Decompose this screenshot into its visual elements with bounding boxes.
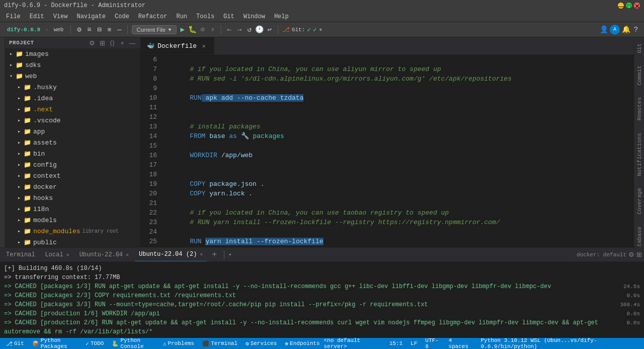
menu-tools[interactable]: Tools [192, 12, 218, 21]
sidebar-item-node_modules[interactable]: ▸📁node_moduleslibrary root [5, 226, 140, 237]
close-button[interactable]: ✕ [634, 3, 640, 9]
services-item[interactable]: ⚙ Services [244, 340, 279, 347]
commit-panel-tab[interactable]: Commit [634, 59, 645, 92]
encoding-item[interactable]: UTF-8 [423, 337, 442, 349]
avatar[interactable]: A [610, 25, 620, 35]
history-icon[interactable]: 🕐 [256, 26, 264, 34]
debug-button[interactable]: 🐛 [189, 26, 197, 34]
sidebar-item-web[interactable]: ▾📁web [5, 71, 140, 82]
remotes-panel-tab[interactable]: Remotes [634, 91, 645, 126]
terminal-maximize-btn[interactable]: ⊞ [636, 251, 642, 258]
menu-run[interactable]: Run [172, 12, 191, 21]
no-server-item[interactable]: <no default server> [322, 337, 383, 349]
python-console-item[interactable]: 🐍 Python Console [110, 337, 156, 349]
forward-icon[interactable]: → [235, 26, 244, 34]
tab-close-btn[interactable]: ✕ [200, 42, 208, 50]
sidebar-item-husky[interactable]: ▸📁.husky [5, 82, 140, 93]
code-line-7: # if you located in China, you can use a… [167, 64, 634, 74]
sidebar-settings-btn[interactable]: ⚙ [88, 39, 96, 47]
terminal-settings-btn[interactable]: ⚙ [628, 251, 634, 258]
back-icon[interactable]: ← [225, 26, 233, 34]
menu-help[interactable]: Help [270, 12, 293, 21]
toolbar-project-icons: ⚙ ≡ ⊟ ⊞ — [75, 26, 123, 34]
coverage-panel-tab[interactable]: Coverage [634, 182, 645, 221]
python-packages-item[interactable]: 📦 Python Packages [30, 337, 80, 349]
expand-icon[interactable]: ⊞ [105, 26, 113, 34]
ubuntu1-tab-close[interactable]: ✕ [126, 252, 129, 258]
sidebar-expand-btn[interactable]: + [118, 39, 126, 47]
split-icon[interactable]: ⊟ [95, 26, 103, 34]
lf-item[interactable]: LF [409, 340, 419, 346]
menu-navigate[interactable]: Navigate [72, 12, 110, 21]
sidebar-item-public[interactable]: ▸📁public [5, 237, 140, 247]
sidebar-collapse-btn[interactable]: — [128, 39, 136, 47]
ubuntu2-tab-close[interactable]: ✕ [200, 251, 203, 257]
sidebar-item-i18n[interactable]: ▸📁i18n [5, 203, 140, 215]
menu-git[interactable]: Git [219, 12, 238, 21]
sidebar-item-assets[interactable]: ▸📁assets [5, 137, 140, 148]
minimize-button[interactable]: — [618, 3, 624, 9]
sidebar-item-sdks[interactable]: ▸📁sdks [5, 59, 140, 71]
sidebar-item-app[interactable]: ▸📁app [5, 126, 140, 137]
sidebar-split-btn[interactable]: ⟨⟩ [108, 39, 116, 47]
git-status-item[interactable]: ⎇ Git [4, 340, 26, 347]
menu-window[interactable]: Window [239, 12, 269, 21]
tab-ubuntu-1[interactable]: Ubuntu-22.04 ✕ [75, 248, 133, 261]
sidebar-item-hooks[interactable]: ▸📁hooks [5, 192, 140, 203]
sidebar-item-vscode[interactable]: ▸📁.vscode [5, 115, 140, 126]
terminal-chevron[interactable]: ▾ [228, 251, 231, 259]
toolbar-divider-2 [127, 25, 128, 34]
sidebar-content[interactable]: ▸📁images▸📁sdks▾📁web▸📁.husky▸📁.idea▸📁.nex… [5, 48, 140, 247]
sidebar-item-docker[interactable]: ▸📁docker [5, 181, 140, 192]
folder-label[interactable]: web [51, 26, 67, 34]
undo-icon[interactable]: ↩ [266, 26, 274, 34]
line-col-item[interactable]: 15:1 [387, 340, 405, 346]
indent-item[interactable]: 4 spaces [446, 337, 474, 349]
window-controls[interactable]: — □ ✕ [618, 3, 640, 9]
help-icon[interactable]: ? [632, 26, 640, 34]
terminal-tab-label: Terminal [6, 251, 35, 258]
problems-item[interactable]: ⚠ Problems [161, 340, 196, 347]
settings-icon[interactable]: ⚙ [75, 26, 83, 34]
tab-local[interactable]: Local ✕ [41, 248, 73, 261]
terminal-content[interactable]: [+] Building 460.8s (10/14) => transferr… [0, 262, 644, 338]
menu-code[interactable]: Code [111, 12, 133, 21]
code-area[interactable]: # if you located in China, you can use a… [165, 55, 634, 247]
maximize-button[interactable]: □ [626, 3, 632, 9]
main-area: Project ⚙ ⊞ ⟨⟩ + — ▸📁images▸📁sdks▾📁web▸📁… [0, 37, 644, 247]
tab-terminal[interactable]: Terminal [2, 248, 39, 261]
notifications-icon[interactable]: 🔔 [622, 26, 630, 34]
sidebar-item-models[interactable]: ▸📁models [5, 215, 140, 226]
local-tab-close[interactable]: ✕ [66, 252, 69, 258]
coverage-button[interactable]: ⊙ [199, 26, 207, 34]
sidebar-item-images[interactable]: ▸📁images [5, 48, 140, 59]
refresh-icon[interactable]: ↺ [246, 26, 254, 34]
sidebar-item-idea[interactable]: ▸📁.idea [5, 93, 140, 104]
sidebar-item-bin[interactable]: ▸📁bin [5, 148, 140, 159]
terminal-item[interactable]: ⬛ Terminal [200, 340, 239, 347]
database-panel-tab[interactable]: Database [634, 221, 645, 247]
menu-edit[interactable]: Edit [26, 12, 48, 21]
list-icon[interactable]: ≡ [85, 26, 93, 34]
sidebar-sort-btn[interactable]: ⊞ [98, 39, 106, 47]
user-icon[interactable]: 👤 [600, 26, 608, 34]
notifications-panel-tab[interactable]: Notifications [634, 127, 645, 182]
run-button[interactable]: ▶ [179, 26, 187, 34]
terminal-add-button[interactable]: + [209, 249, 220, 260]
todo-item[interactable]: ✓ TODO [84, 340, 106, 347]
menu-refactor[interactable]: Refactor [134, 12, 172, 21]
profile-button[interactable]: ⚡ [209, 26, 217, 34]
sidebar-item-next[interactable]: ▸📁.next [5, 104, 140, 115]
sidebar-item-config[interactable]: ▸📁config [5, 159, 140, 170]
tab-dockerfile[interactable]: 🐳 Dockerfile ✕ [141, 37, 214, 54]
menu-view[interactable]: View [49, 12, 72, 21]
git-panel-tab[interactable]: Git [634, 37, 645, 59]
endpoints-item[interactable]: ⊕ Endpoints [283, 340, 321, 347]
sidebar-item-context[interactable]: ▸📁context [5, 170, 140, 181]
tab-ubuntu-2[interactable]: Ubuntu-22.04 (2) ✕ [135, 248, 207, 261]
menu-file[interactable]: File [2, 12, 25, 21]
python-version-item[interactable]: Python 3.10.12 WSL (Ubun...vs/dify-0.6.9… [478, 337, 640, 349]
app-name-label[interactable]: dify-0.6.9 [4, 26, 43, 34]
collapse-icon[interactable]: — [115, 26, 123, 34]
current-file-button[interactable]: Current File ▼ [132, 25, 176, 34]
